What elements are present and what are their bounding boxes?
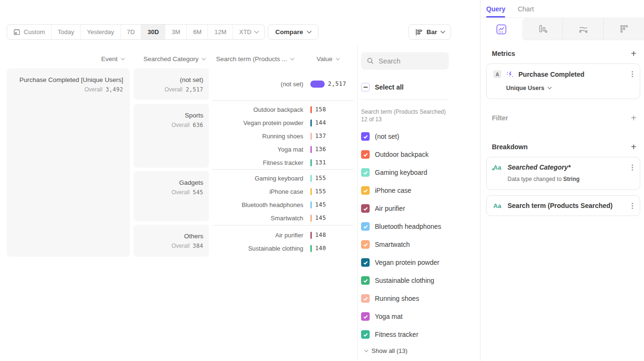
checked-checkbox-icon[interactable]	[361, 222, 370, 231]
value-cell: 155	[310, 188, 354, 195]
metric-menu-button[interactable]	[632, 71, 633, 77]
date-range-button[interactable]: 3M	[165, 25, 187, 39]
filter-list-item[interactable]: Yoga mat	[361, 307, 441, 325]
term-row[interactable]: Bluetooth headphones 145	[212, 198, 354, 211]
tab-flows[interactable]	[563, 18, 604, 40]
checked-checkbox-icon[interactable]	[361, 132, 370, 141]
indeterminate-checkbox-icon	[361, 83, 370, 91]
term-row[interactable]: Vegan protein powder 144	[212, 116, 354, 129]
compare-button[interactable]: Compare	[268, 24, 318, 40]
tab-chart[interactable]: Chart	[517, 0, 534, 18]
term-row[interactable]: Fitness tracker 131	[212, 156, 354, 169]
date-range-label: 12M	[214, 28, 226, 36]
search-input[interactable]: Search	[361, 52, 449, 70]
term-row[interactable]: Smartwatch 145	[212, 211, 354, 225]
measure-selector[interactable]: Unique Users	[506, 85, 633, 91]
term-row[interactable]: Outdoor backpack 158	[212, 103, 354, 116]
select-all-checkbox[interactable]: Select all	[361, 83, 404, 91]
tab-query[interactable]: Query	[486, 0, 505, 18]
string-property-icon: Aa *	[493, 164, 503, 171]
chart-type-button[interactable]: Bar	[408, 24, 451, 40]
date-range-label: 30D	[147, 28, 159, 36]
breakdown-menu-button[interactable]	[632, 203, 633, 209]
tab-insights[interactable]	[481, 18, 522, 40]
filter-list-item[interactable]: Outdoor backpack	[361, 145, 441, 163]
term-row[interactable]: iPhone case 155	[212, 185, 354, 198]
date-range-button[interactable]: XTD	[233, 25, 264, 39]
value-cell: 158	[310, 106, 354, 113]
chevron-down-icon	[336, 56, 339, 60]
term-row[interactable]: Air purifier 148	[212, 228, 354, 242]
date-range-button[interactable]: Today	[52, 25, 81, 39]
metrics-heading: Metrics	[492, 50, 515, 57]
metric-card[interactable]: A Purchase Completed Unique Users	[486, 63, 640, 99]
term-group: Outdoor backpack 158 Vegan protein powde…	[212, 100, 354, 169]
date-range-button[interactable]: 7D	[121, 25, 142, 39]
filter-list-item[interactable]: iPhone case	[361, 181, 441, 199]
term-row[interactable]: Running shoes 137	[212, 129, 354, 143]
breakdown-card[interactable]: Aa * Searched Category* Data type change…	[486, 157, 640, 190]
category-cell[interactable]: (not set) Overall 2,517	[134, 68, 209, 100]
show-all-link[interactable]: Show all (13)	[365, 347, 408, 354]
value-text: 137	[315, 133, 326, 139]
date-range-button[interactable]: 6M	[187, 25, 208, 39]
category-cell[interactable]: Others Overall 384	[134, 225, 209, 257]
date-range-button[interactable]: Yesterday	[81, 25, 121, 39]
value-cell: 137	[310, 133, 354, 140]
breakdown-menu-button[interactable]	[632, 164, 633, 171]
term-row[interactable]: Sustainable clothing 140	[212, 242, 354, 255]
term-group: Air purifier 148 Sustainable clothing 14…	[212, 225, 354, 258]
searched-category-column: (not set) Overall 2,517 Sports Overall 6…	[134, 68, 209, 257]
category-cell[interactable]: Sports Overall 636	[134, 104, 209, 168]
flows-icon	[578, 24, 589, 34]
filter-list-item[interactable]: Air purifier	[361, 199, 441, 217]
filter-item-label: Smartwatch	[375, 241, 410, 248]
chevron-down-icon	[440, 29, 445, 34]
filter-list-item[interactable]: Bluetooth headphones	[361, 217, 441, 235]
term-row[interactable]: (not set) 2,517	[212, 77, 354, 90]
filter-list-item[interactable]: Smartwatch	[361, 235, 441, 253]
filter-list-item[interactable]: Running shoes	[361, 289, 441, 307]
checked-checkbox-icon[interactable]	[361, 168, 370, 177]
term-row[interactable]: Gaming keyboard 155	[212, 171, 354, 185]
column-header-searched-category[interactable]: Searched Category	[134, 55, 205, 63]
checked-checkbox-icon[interactable]	[361, 186, 370, 195]
column-header-event[interactable]: Event	[7, 55, 124, 63]
add-filter-button[interactable]: +	[631, 113, 636, 123]
chevron-down-icon	[307, 29, 311, 34]
column-header-search-term[interactable]: Search term (Products ...	[216, 55, 294, 63]
filter-item-label: Air purifier	[375, 205, 405, 212]
checked-checkbox-icon[interactable]	[361, 276, 370, 285]
checked-checkbox-icon[interactable]	[361, 258, 370, 267]
add-metric-button[interactable]: +	[631, 49, 636, 58]
filter-list-item[interactable]: (not set)	[361, 127, 441, 145]
checked-checkbox-icon[interactable]	[361, 330, 370, 339]
term-label: Air purifier	[212, 232, 310, 239]
date-range-button[interactable]: 12M	[208, 25, 233, 39]
category-cell[interactable]: Gadgets Overall 545	[134, 171, 209, 221]
event-cell[interactable]: Purchase Completed [Unique Users] Overal…	[7, 68, 130, 257]
add-breakdown-button[interactable]: +	[631, 142, 636, 152]
filter-list-item[interactable]: Fitness tracker	[361, 325, 441, 343]
date-range-button[interactable]: Custom	[7, 25, 52, 39]
date-range-button[interactable]: 30D	[141, 25, 165, 39]
value-text: 144	[315, 119, 326, 126]
checked-checkbox-icon[interactable]	[361, 150, 370, 159]
tab-retention[interactable]	[604, 18, 644, 40]
column-header-value[interactable]: Value	[317, 55, 339, 63]
checked-checkbox-icon[interactable]	[361, 312, 370, 321]
value-cell: 140	[310, 245, 354, 252]
search-term-column: (not set) 2,517 Outdoor backpack 158	[212, 68, 354, 258]
checked-checkbox-icon[interactable]	[361, 240, 370, 249]
term-row[interactable]: Yoga mat 136	[212, 143, 354, 156]
breakdown-card[interactable]: Aa Search term (Products Searched)	[486, 195, 640, 216]
checked-checkbox-icon[interactable]	[361, 294, 370, 303]
filter-list-item[interactable]: Vegan protein powder	[361, 253, 441, 271]
chevron-down-icon	[290, 56, 294, 60]
report-type-tabs-inactive	[522, 18, 644, 40]
tab-funnels[interactable]	[522, 18, 563, 40]
filter-list-item[interactable]: Gaming keyboard	[361, 163, 441, 181]
search-icon	[367, 57, 374, 64]
checked-checkbox-icon[interactable]	[361, 204, 370, 213]
filter-list-item[interactable]: Sustainable clothing	[361, 271, 441, 289]
